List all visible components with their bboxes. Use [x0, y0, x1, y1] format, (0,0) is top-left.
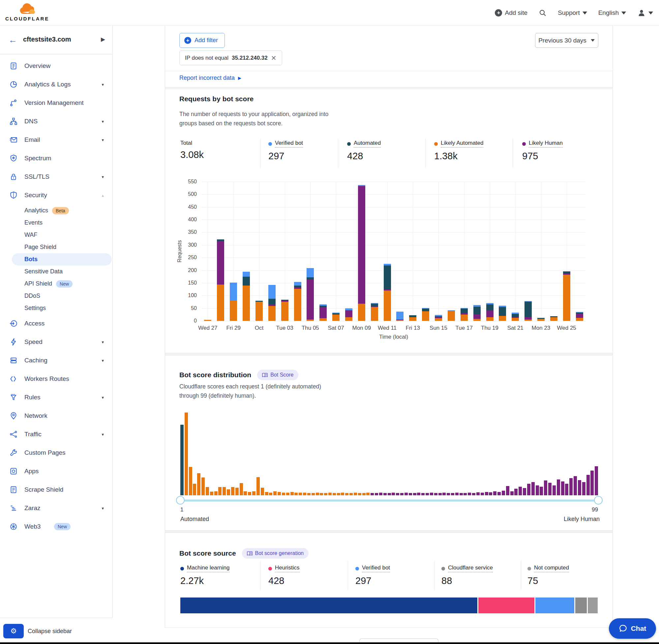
chevron-down-icon: ▾ — [101, 82, 104, 87]
stat-value: 75 — [527, 575, 569, 586]
requests-panel-description: The number of requests to your applicati… — [179, 110, 364, 128]
sidebar-subitem-events[interactable]: Events — [0, 217, 112, 229]
chat-button[interactable]: Chat — [609, 618, 656, 639]
overview-icon — [9, 62, 18, 70]
bar-segment-automated — [473, 307, 481, 314]
bar-segment-likely-human — [524, 317, 532, 320]
slider-handle-max[interactable] — [594, 496, 603, 505]
bot-score-badge[interactable]: Bot Score — [257, 370, 298, 380]
site-selector[interactable]: ← cftestsite3.com ▶ — [0, 26, 112, 54]
sidebar-subitem-analytics[interactable]: AnalyticsBeta — [0, 204, 112, 217]
settings-gear-button[interactable]: ⚙ — [3, 624, 24, 638]
add-site-button[interactable]: + Add site — [495, 9, 527, 17]
chevron-down-icon: ▾ — [101, 432, 104, 437]
email-icon — [9, 136, 18, 144]
histogram-bar — [227, 489, 230, 495]
sidebar-subitem-label: Events — [24, 219, 43, 226]
sidebar-subitem-label: Settings — [24, 305, 46, 312]
sidebar-item-label: Scrape Shield — [24, 486, 63, 493]
plus-icon: + — [495, 9, 502, 17]
histogram-bar — [590, 470, 594, 495]
filter-chip-value: 35.212.240.32 — [232, 55, 268, 61]
sidebar-item-web3[interactable]: Web3New — [0, 518, 112, 536]
y-tick-label: 0 — [194, 318, 197, 324]
sidebar-item-traffic[interactable]: Traffic▾ — [0, 425, 112, 443]
histogram-bar — [222, 487, 226, 495]
bar-segment-likely-automated — [409, 317, 416, 321]
bar-segment-likely-automated — [320, 318, 327, 321]
histogram-bar — [493, 491, 496, 495]
bar-segment-automated — [563, 271, 570, 273]
stat-label: Machine learning — [187, 565, 230, 572]
source-bar-segment-cloudflare-service — [575, 598, 587, 613]
sidebar-item-network[interactable]: Network — [0, 407, 112, 425]
slider-handle-min[interactable] — [176, 496, 185, 505]
sidebar-item-analytics-logs[interactable]: Analytics & Logs▾ — [0, 75, 112, 94]
search-button[interactable] — [539, 9, 547, 17]
sidebar-item-custom-pages[interactable]: Custom Pages — [0, 443, 112, 462]
x-tick-label: Wed 27 — [193, 325, 222, 331]
date-range-dropdown[interactable]: Previous 30 days — [535, 33, 598, 48]
divider — [165, 355, 613, 355]
sidebar-subitem-waf[interactable]: WAF — [0, 229, 112, 241]
sidebar-item-zaraz[interactable]: Zaraz▾ — [0, 499, 112, 518]
back-arrow-icon[interactable]: ← — [8, 35, 17, 45]
histogram-bar — [248, 492, 251, 495]
sidebar-subitem-settings[interactable]: Settings — [0, 302, 112, 314]
sidebar-item-speed[interactable]: Speed▾ — [0, 333, 112, 351]
sidebar-item-version-management[interactable]: Version Management — [0, 94, 112, 112]
sidebar-subitem-bots[interactable]: Bots — [0, 253, 112, 266]
sidebar-item-workers-routes[interactable]: Workers Routes — [0, 370, 112, 388]
report-incorrect-data-link[interactable]: Report incorrect data ▶ — [179, 74, 241, 82]
sidebar-item-access[interactable]: Access — [0, 314, 112, 333]
sidebar-item-apps[interactable]: Apps — [0, 462, 112, 480]
sidebar-item-label: Version Management — [24, 99, 84, 107]
sidebar-item-spectrum[interactable]: Spectrum — [0, 149, 112, 167]
histogram-bar — [265, 492, 268, 495]
sidebar-subitem-ddos[interactable]: DDoS — [0, 290, 112, 302]
sidebar-subitem-page-shield[interactable]: Page Shield — [0, 241, 112, 253]
sidebar-item-caching[interactable]: Caching▾ — [0, 351, 112, 370]
bar-segment-likely-human — [217, 241, 224, 284]
sidebar-subitem-api-shield[interactable]: API ShieldNew — [0, 278, 112, 290]
language-menu[interactable]: English — [598, 9, 626, 17]
bar-segment-automated — [256, 301, 263, 301]
account-menu[interactable] — [637, 8, 653, 17]
sidebar-subitem-sensitive-data[interactable]: Sensitive Data — [0, 266, 112, 278]
bar-segment-likely-human — [396, 320, 403, 320]
bar-segment-likely-automated — [486, 317, 494, 321]
histogram-bar — [337, 493, 340, 495]
sidebar-item-ssl-tls[interactable]: SSL/TLS▾ — [0, 167, 112, 186]
collapse-sidebar-label[interactable]: Collapse sidebar — [28, 628, 72, 635]
support-menu[interactable]: Support — [558, 9, 587, 17]
score-range-slider[interactable] — [180, 500, 598, 502]
sidebar-subitem-label: Page Shield — [24, 244, 56, 251]
stat-not-computed: Not computed75 — [527, 565, 569, 586]
apps-icon — [9, 467, 18, 476]
histogram-bar — [464, 493, 467, 495]
sidebar-item-dns[interactable]: DNS▾ — [0, 112, 112, 131]
spectrum-icon — [9, 154, 18, 163]
gridline — [202, 321, 586, 321]
sidebar-item-security[interactable]: Security▴ — [0, 186, 112, 204]
bot-score-generation-badge[interactable]: Bot score generation — [242, 548, 309, 558]
close-icon[interactable]: ✕ — [271, 54, 277, 62]
bar-segment-likely-automated — [281, 302, 288, 321]
x-tick-label: Tue 03 — [270, 325, 300, 331]
sidebar-item-scrape-shield[interactable]: Scrape Shield — [0, 480, 112, 499]
histogram-bar — [388, 493, 391, 495]
sidebar-item-email[interactable]: Email▾ — [0, 131, 112, 149]
bar-segment-automated — [320, 306, 327, 307]
y-tick-label: 250 — [188, 255, 197, 260]
bar-segment-verified-bot — [384, 264, 391, 266]
bar-segment-verified-bot — [371, 303, 378, 304]
add-filter-button[interactable]: + Add filter — [179, 33, 225, 48]
sidebar-item-rules[interactable]: Rules▾ — [0, 388, 112, 407]
sidebar-item-label: Overview — [24, 62, 50, 70]
requests-chart: 050100150200250300350400450500550Wed 27F… — [202, 182, 586, 321]
sidebar-item-overview[interactable]: Overview — [0, 57, 112, 75]
source-stacked-bar — [180, 598, 598, 613]
chevron-right-icon[interactable]: ▶ — [101, 36, 105, 43]
bar-segment-likely-human — [281, 301, 288, 301]
histogram-bar — [548, 483, 551, 495]
